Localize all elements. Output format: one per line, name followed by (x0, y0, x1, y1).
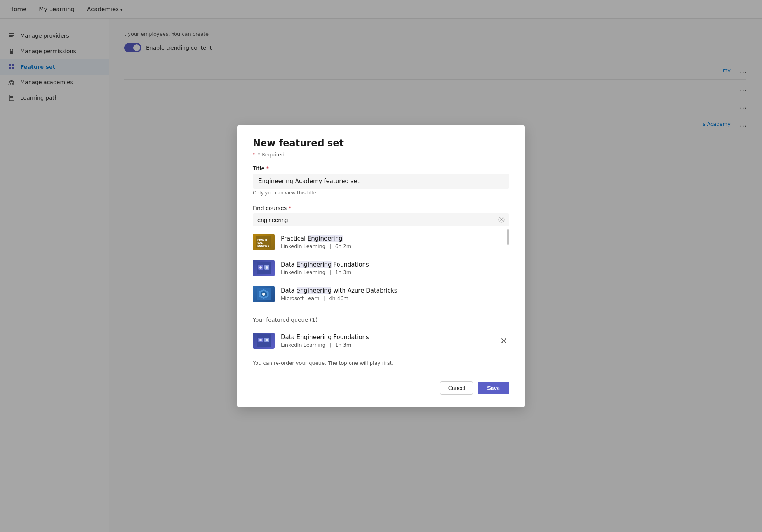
required-star: * (253, 152, 256, 158)
svg-point-32 (259, 339, 262, 341)
svg-text:PRACTI: PRACTI (257, 238, 267, 241)
course-meta-practical: LinkedIn Learning | 6h 2m (281, 243, 509, 249)
clear-search-icon[interactable] (498, 217, 505, 223)
modal-dialog: New featured set * * Required Title * En… (237, 125, 525, 407)
course-duration: 4h 46m (329, 295, 348, 301)
modal-title: New featured set (253, 138, 509, 149)
highlight: Engineering (297, 261, 332, 268)
course-name-practical: Practical Engineering (281, 235, 509, 242)
modal-overlay: New featured set * * Required Title * En… (0, 0, 762, 532)
separator: | (329, 269, 331, 275)
course-result-data-engineering-foundations[interactable]: Data Engineering Foundations LinkedIn Le… (253, 255, 509, 281)
queue-course-meta: LinkedIn Learning | 1h 3m (281, 342, 492, 348)
title-input-wrapper[interactable]: Engineering Academy featured set (253, 174, 509, 189)
find-courses-label: Find courses * (253, 205, 509, 211)
title-required-star: * (264, 165, 269, 172)
find-courses-required-star: * (287, 205, 291, 211)
separator: | (329, 243, 331, 249)
scrollbar-track (507, 229, 509, 307)
course-result-azure-databricks[interactable]: Data engineering with Azure Databricks M… (253, 281, 509, 307)
title-field-label: Title * (253, 165, 509, 172)
reorder-hint: You can re-order your queue. The top one… (253, 360, 509, 366)
course-thumbnail-data-eng (253, 260, 275, 276)
queue-course-name: Data Engineering Foundations (281, 334, 492, 341)
search-results-container: PRACTI CAL ENGINEE Practical Engineering… (253, 229, 509, 307)
search-wrapper (253, 213, 509, 226)
required-note: * * Required (253, 152, 509, 158)
cancel-button[interactable]: Cancel (440, 381, 473, 395)
course-result-practical-engineering[interactable]: PRACTI CAL ENGINEE Practical Engineering… (253, 229, 509, 255)
course-duration: 1h 3m (335, 269, 351, 275)
save-button[interactable]: Save (478, 382, 509, 394)
svg-point-24 (266, 266, 268, 269)
course-info-practical: Practical Engineering LinkedIn Learning … (281, 235, 509, 249)
course-name-data-eng-found: Data Engineering Foundations (281, 261, 509, 268)
svg-point-33 (266, 339, 268, 341)
course-provider: Microsoft Learn (281, 295, 320, 301)
title-hint: Only you can view this title (253, 190, 509, 196)
queue-remove-button[interactable] (498, 335, 509, 346)
separator: | (324, 295, 325, 301)
course-meta-azure: Microsoft Learn | 4h 46m (281, 295, 509, 301)
svg-point-23 (259, 266, 262, 269)
course-meta-data-eng-found: LinkedIn Learning | 1h 3m (281, 269, 509, 275)
course-thumbnail-azure (253, 286, 275, 302)
svg-text:ENGINEE: ENGINEE (257, 244, 269, 247)
queue-label: Your featured queue (1) (253, 317, 509, 323)
svg-text:CAL: CAL (257, 241, 263, 244)
course-provider: LinkedIn Learning (281, 269, 325, 275)
queue-provider: LinkedIn Learning (281, 342, 325, 348)
course-thumbnail-practical: PRACTI CAL ENGINEE (253, 234, 275, 250)
svg-point-28 (262, 293, 265, 296)
queue-duration: 1h 3m (335, 342, 351, 348)
title-input-value: Engineering Academy featured set (258, 178, 504, 185)
queue-course-info: Data Engineering Foundations LinkedIn Le… (281, 334, 492, 348)
queue-item-data-engineering: Data Engineering Foundations LinkedIn Le… (253, 328, 509, 354)
separator: | (329, 342, 331, 348)
course-info-data-eng-found: Data Engineering Foundations LinkedIn Le… (281, 261, 509, 275)
scrollbar-thumb[interactable] (507, 229, 509, 245)
search-input[interactable] (257, 217, 495, 223)
modal-footer: Cancel Save (253, 378, 509, 395)
course-provider: LinkedIn Learning (281, 243, 325, 249)
course-duration: 6h 2m (335, 243, 351, 249)
highlight: engineering (297, 287, 332, 294)
highlight: Engineering (308, 235, 343, 242)
course-name-azure: Data engineering with Azure Databricks (281, 287, 509, 294)
queue-thumbnail-data-eng (253, 333, 275, 349)
course-info-azure: Data engineering with Azure Databricks M… (281, 287, 509, 301)
